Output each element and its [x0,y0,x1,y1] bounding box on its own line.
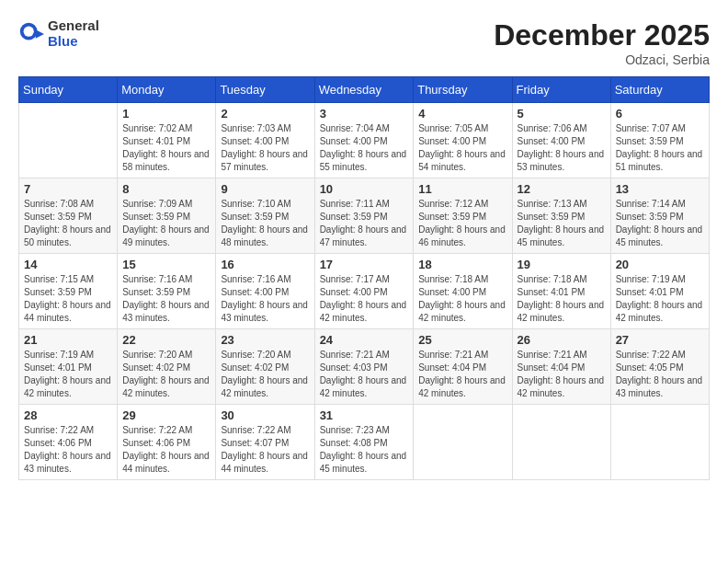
day-number: 3 [320,107,409,121]
day-detail: Sunrise: 7:22 AM Sunset: 4:07 PM Dayligh… [221,424,309,476]
day-detail: Sunrise: 7:19 AM Sunset: 4:01 PM Dayligh… [616,273,704,325]
day-number: 10 [320,182,409,196]
day-number: 9 [221,182,309,196]
page-header: General Blue December 2025 Odzaci, Serbi… [18,18,710,67]
calendar-day-cell [610,405,709,480]
day-detail: Sunrise: 7:19 AM Sunset: 4:01 PM Dayligh… [24,349,112,400]
calendar-day-cell: 7Sunrise: 7:08 AM Sunset: 3:59 PM Daylig… [19,178,118,254]
calendar-day-cell: 22Sunrise: 7:20 AM Sunset: 4:02 PM Dayli… [118,329,216,405]
logo-icon [18,21,44,47]
svg-marker-1 [36,29,44,38]
day-number: 26 [518,333,606,347]
day-number: 29 [122,408,210,422]
calendar-week-row: 1Sunrise: 7:02 AM Sunset: 4:01 PM Daylig… [19,103,710,178]
calendar-day-cell: 24Sunrise: 7:21 AM Sunset: 4:03 PM Dayli… [314,329,414,405]
weekday-header-cell: Sunday [19,77,118,103]
day-detail: Sunrise: 7:22 AM Sunset: 4:06 PM Dayligh… [24,424,112,476]
weekday-header-cell: Wednesday [314,77,414,103]
day-number: 12 [518,182,606,196]
calendar-day-cell: 18Sunrise: 7:18 AM Sunset: 4:00 PM Dayli… [414,254,512,329]
calendar-day-cell: 23Sunrise: 7:20 AM Sunset: 4:02 PM Dayli… [216,329,314,405]
day-detail: Sunrise: 7:08 AM Sunset: 3:59 PM Dayligh… [24,198,112,249]
day-number: 27 [616,333,704,347]
day-number: 16 [221,258,309,271]
calendar-day-cell: 2Sunrise: 7:03 AM Sunset: 4:00 PM Daylig… [216,103,314,178]
day-number: 23 [221,333,309,347]
day-detail: Sunrise: 7:02 AM Sunset: 4:01 PM Dayligh… [122,122,210,174]
day-detail: Sunrise: 7:03 AM Sunset: 4:00 PM Dayligh… [221,122,309,174]
logo: General Blue [18,18,99,49]
day-number: 5 [518,107,606,121]
day-detail: Sunrise: 7:10 AM Sunset: 3:59 PM Dayligh… [221,198,309,249]
day-detail: Sunrise: 7:12 AM Sunset: 3:59 PM Dayligh… [418,198,506,249]
logo-text: General Blue [48,18,99,49]
calendar-day-cell: 16Sunrise: 7:16 AM Sunset: 4:00 PM Dayli… [216,254,314,329]
day-number: 1 [122,107,210,121]
calendar-day-cell: 1Sunrise: 7:02 AM Sunset: 4:01 PM Daylig… [118,103,216,178]
calendar-day-cell: 27Sunrise: 7:22 AM Sunset: 4:05 PM Dayli… [610,329,709,405]
calendar-day-cell: 3Sunrise: 7:04 AM Sunset: 4:00 PM Daylig… [314,103,414,178]
weekday-header-cell: Thursday [414,77,512,103]
day-detail: Sunrise: 7:23 AM Sunset: 4:08 PM Dayligh… [320,424,409,476]
day-detail: Sunrise: 7:15 AM Sunset: 3:59 PM Dayligh… [24,273,112,325]
day-detail: Sunrise: 7:05 AM Sunset: 4:00 PM Dayligh… [418,122,506,174]
day-detail: Sunrise: 7:09 AM Sunset: 3:59 PM Dayligh… [122,198,210,249]
day-detail: Sunrise: 7:11 AM Sunset: 3:59 PM Dayligh… [320,198,409,249]
calendar-day-cell: 8Sunrise: 7:09 AM Sunset: 3:59 PM Daylig… [118,178,216,254]
day-detail: Sunrise: 7:16 AM Sunset: 3:59 PM Dayligh… [122,273,210,325]
calendar-week-row: 21Sunrise: 7:19 AM Sunset: 4:01 PM Dayli… [19,329,710,405]
calendar-day-cell: 26Sunrise: 7:21 AM Sunset: 4:04 PM Dayli… [512,329,610,405]
day-detail: Sunrise: 7:18 AM Sunset: 4:00 PM Dayligh… [418,273,506,325]
day-detail: Sunrise: 7:21 AM Sunset: 4:04 PM Dayligh… [518,349,606,400]
svg-point-2 [24,26,34,36]
weekday-header-cell: Monday [118,77,216,103]
calendar-day-cell: 15Sunrise: 7:16 AM Sunset: 3:59 PM Dayli… [118,254,216,329]
title-block: December 2025 Odzaci, Serbia [494,18,710,67]
calendar-day-cell: 10Sunrise: 7:11 AM Sunset: 3:59 PM Dayli… [314,178,414,254]
day-number: 18 [418,258,506,271]
calendar-day-cell: 17Sunrise: 7:17 AM Sunset: 4:00 PM Dayli… [314,254,414,329]
day-detail: Sunrise: 7:06 AM Sunset: 4:00 PM Dayligh… [518,122,606,174]
calendar-body: 1Sunrise: 7:02 AM Sunset: 4:01 PM Daylig… [19,103,710,480]
day-detail: Sunrise: 7:20 AM Sunset: 4:02 PM Dayligh… [122,349,210,400]
day-number: 2 [221,107,309,121]
calendar-day-cell: 31Sunrise: 7:23 AM Sunset: 4:08 PM Dayli… [314,405,414,480]
calendar-day-cell: 19Sunrise: 7:18 AM Sunset: 4:01 PM Dayli… [512,254,610,329]
location: Odzaci, Serbia [494,52,710,67]
day-detail: Sunrise: 7:18 AM Sunset: 4:01 PM Dayligh… [518,273,606,325]
day-number: 31 [320,408,409,422]
calendar-week-row: 28Sunrise: 7:22 AM Sunset: 4:06 PM Dayli… [19,405,710,480]
day-number: 17 [320,258,409,271]
calendar-day-cell: 9Sunrise: 7:10 AM Sunset: 3:59 PM Daylig… [216,178,314,254]
day-detail: Sunrise: 7:07 AM Sunset: 3:59 PM Dayligh… [616,122,704,174]
calendar-day-cell: 6Sunrise: 7:07 AM Sunset: 3:59 PM Daylig… [610,103,709,178]
calendar-day-cell: 25Sunrise: 7:21 AM Sunset: 4:04 PM Dayli… [414,329,512,405]
day-detail: Sunrise: 7:22 AM Sunset: 4:06 PM Dayligh… [122,424,210,476]
day-number: 15 [122,258,210,271]
day-number: 28 [24,408,112,422]
day-number: 22 [122,333,210,347]
weekday-header-cell: Tuesday [216,77,314,103]
day-detail: Sunrise: 7:21 AM Sunset: 4:04 PM Dayligh… [418,349,506,400]
calendar-day-cell: 28Sunrise: 7:22 AM Sunset: 4:06 PM Dayli… [19,405,118,480]
calendar-day-cell: 30Sunrise: 7:22 AM Sunset: 4:07 PM Dayli… [216,405,314,480]
calendar-day-cell: 21Sunrise: 7:19 AM Sunset: 4:01 PM Dayli… [19,329,118,405]
day-number: 21 [24,333,112,347]
calendar-table: SundayMondayTuesdayWednesdayThursdayFrid… [18,76,710,480]
calendar-week-row: 7Sunrise: 7:08 AM Sunset: 3:59 PM Daylig… [19,178,710,254]
calendar-day-cell: 5Sunrise: 7:06 AM Sunset: 4:00 PM Daylig… [512,103,610,178]
day-number: 6 [616,107,704,121]
day-detail: Sunrise: 7:16 AM Sunset: 4:00 PM Dayligh… [221,273,309,325]
weekday-header-row: SundayMondayTuesdayWednesdayThursdayFrid… [19,77,710,103]
month-year: December 2025 [494,18,710,52]
day-number: 7 [24,182,112,196]
day-detail: Sunrise: 7:13 AM Sunset: 3:59 PM Dayligh… [518,198,606,249]
calendar-day-cell: 12Sunrise: 7:13 AM Sunset: 3:59 PM Dayli… [512,178,610,254]
logo-blue: Blue [48,34,99,50]
day-detail: Sunrise: 7:21 AM Sunset: 4:03 PM Dayligh… [320,349,409,400]
calendar-day-cell: 11Sunrise: 7:12 AM Sunset: 3:59 PM Dayli… [414,178,512,254]
day-number: 30 [221,408,309,422]
calendar-day-cell: 20Sunrise: 7:19 AM Sunset: 4:01 PM Dayli… [610,254,709,329]
day-number: 4 [418,107,506,121]
day-number: 14 [24,258,112,271]
